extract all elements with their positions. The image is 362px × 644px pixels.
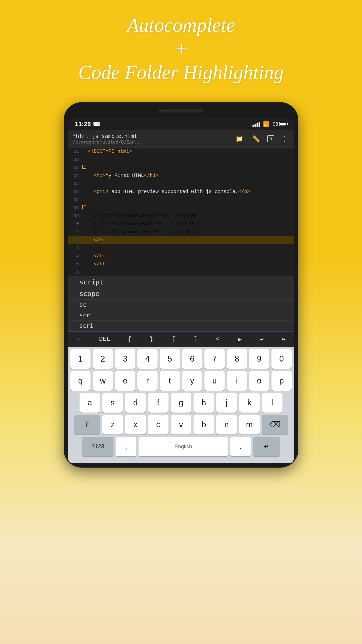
- key-g[interactable]: g: [171, 393, 191, 412]
- autocomplete-dropdown[interactable]: scriptscopescscrscri: [68, 276, 294, 331]
- enter-key[interactable]: ↵: [253, 437, 280, 456]
- code-content: c-func">console.warn("Hello world!");: [87, 220, 294, 228]
- code-toolbar-btn-5[interactable]: ]: [190, 335, 201, 344]
- code-content: </sc: [87, 236, 294, 244]
- code-toolbar-btn-2[interactable]: {: [124, 335, 135, 344]
- line-number: 06: [68, 188, 81, 196]
- code-toolbar-btn-7[interactable]: ▶: [234, 334, 245, 344]
- key-h[interactable]: h: [194, 393, 214, 412]
- key-n[interactable]: n: [216, 415, 237, 434]
- code-content: c-func">console.log("Hello world!");: [87, 228, 294, 236]
- line-number: 13: [68, 244, 81, 252]
- code-line-1: 01 <!DOCTYPE html>: [68, 148, 294, 156]
- key-d[interactable]: d: [125, 393, 146, 412]
- autocomplete-item[interactable]: script: [68, 276, 294, 288]
- key-5[interactable]: 5: [160, 349, 180, 369]
- key-8[interactable]: 8: [227, 349, 247, 369]
- key-z[interactable]: z: [102, 415, 123, 434]
- app-toolbar: *html_js_sample.html /storage/emulated/0…: [68, 130, 294, 148]
- key-x123[interactable]: ?123: [82, 437, 113, 456]
- headline-line2: +: [78, 37, 284, 61]
- key-1[interactable]: 1: [70, 349, 90, 369]
- autocomplete-item[interactable]: scr: [68, 310, 294, 321]
- code-line-7: 07: [68, 196, 294, 204]
- status-right-icons: 📶 98: [253, 121, 287, 127]
- key-7[interactable]: 7: [204, 349, 225, 369]
- key-3[interactable]: 3: [115, 349, 135, 369]
- key-i[interactable]: i: [227, 371, 247, 391]
- key-f[interactable]: f: [148, 393, 168, 412]
- code-line-9: 09 c-func">console.error("Hello world!")…: [68, 212, 294, 220]
- key-j[interactable]: j: [216, 393, 237, 412]
- backspace-key[interactable]: ⌫: [262, 415, 288, 434]
- key-s[interactable]: s: [102, 393, 123, 412]
- key-0[interactable]: 0: [272, 349, 292, 369]
- key-r[interactable]: r: [137, 371, 158, 391]
- code-toolbar-btn-8[interactable]: ↩: [256, 334, 267, 344]
- key-9[interactable]: 9: [249, 349, 269, 369]
- key-6[interactable]: 6: [182, 349, 202, 369]
- key-y[interactable]: y: [182, 371, 202, 391]
- autocomplete-item[interactable]: scope: [68, 288, 294, 300]
- key-p[interactable]: p: [272, 371, 292, 391]
- key-u[interactable]: u: [204, 371, 225, 391]
- line-number: 03: [68, 164, 81, 172]
- line-number: 07: [68, 196, 81, 204]
- key-x[interactable]: x: [125, 415, 146, 434]
- line-number: 14: [68, 252, 81, 260]
- code-toolbar-btn-6[interactable]: <: [212, 335, 223, 344]
- space-key[interactable]: English: [139, 437, 228, 456]
- key-o[interactable]: o: [249, 371, 269, 391]
- autocomplete-item[interactable]: sc: [68, 300, 294, 310]
- line-number: 15: [68, 260, 81, 268]
- code-line-4: 04 <h1>My First HTML</h1>: [68, 172, 294, 180]
- code-line-12: 12 </sc: [68, 236, 294, 244]
- tab-count[interactable]: 5: [267, 135, 274, 142]
- key-4[interactable]: 4: [137, 349, 158, 369]
- file-name: *html_js_sample.html: [73, 133, 234, 139]
- autocomplete-item[interactable]: scri: [68, 321, 294, 331]
- code-toolbar-btn-3[interactable]: }: [146, 335, 157, 344]
- line-number: 12: [68, 236, 81, 244]
- fold-icon[interactable]: [81, 164, 87, 172]
- more-button[interactable]: ⋮: [280, 134, 289, 143]
- key-w[interactable]: w: [93, 371, 113, 391]
- file-path: /storage/emulated/0/Exa...: [73, 139, 234, 145]
- code-editor[interactable]: 01 <!DOCTYPE html>02 0304 <h1>My First H…: [68, 148, 294, 276]
- key-v[interactable]: v: [171, 415, 191, 434]
- keyboard[interactable]: 1234567890 qwertyuiop asdfghjkl ⇧zxcvbnm…: [68, 347, 294, 463]
- status-time: 11:26 ⌨: [75, 120, 100, 128]
- edit-button[interactable]: ✏️: [251, 134, 262, 143]
- headline-line1: Autocomplete: [78, 14, 284, 37]
- code-toolbar-btn-9[interactable]: ↪: [278, 334, 289, 344]
- key-a[interactable]: a: [79, 393, 100, 412]
- line-number: 10: [68, 220, 81, 228]
- folder-button[interactable]: 📁: [234, 134, 245, 143]
- code-toolbar-btn-4[interactable]: [: [168, 335, 179, 344]
- key-b[interactable]: b: [194, 415, 214, 434]
- key-k[interactable]: k: [239, 393, 260, 412]
- code-toolbar-btn-1[interactable]: DEL: [96, 335, 113, 344]
- code-line-2: 02: [68, 156, 294, 164]
- headline-line3: Code Folder Highlighting: [78, 60, 284, 84]
- key-l[interactable]: l: [262, 393, 283, 412]
- code-toolbar-btn-0[interactable]: →|: [73, 335, 86, 344]
- line-number: 02: [68, 156, 81, 164]
- line-number: 05: [68, 180, 81, 188]
- key-x[interactable]: .: [230, 437, 251, 456]
- key-m[interactable]: m: [239, 415, 260, 434]
- battery-indicator: 98: [273, 121, 287, 127]
- key-x[interactable]: ⇧: [74, 415, 100, 434]
- code-content: <h1>My First HTML</h1>: [87, 172, 294, 180]
- fold-icon[interactable]: [81, 204, 87, 212]
- time-display: 11:26: [75, 120, 91, 128]
- key-x[interactable]: ,: [116, 437, 136, 456]
- key-t[interactable]: t: [160, 371, 180, 391]
- key-c[interactable]: c: [148, 415, 168, 434]
- key-e[interactable]: e: [115, 371, 135, 391]
- key-q[interactable]: q: [70, 371, 90, 391]
- key-2[interactable]: 2: [93, 349, 113, 369]
- phone-shell: 11:26 ⌨ 📶 98: [64, 102, 298, 468]
- line-number: 04: [68, 172, 81, 180]
- code-line-14: 14 </boc: [68, 252, 294, 260]
